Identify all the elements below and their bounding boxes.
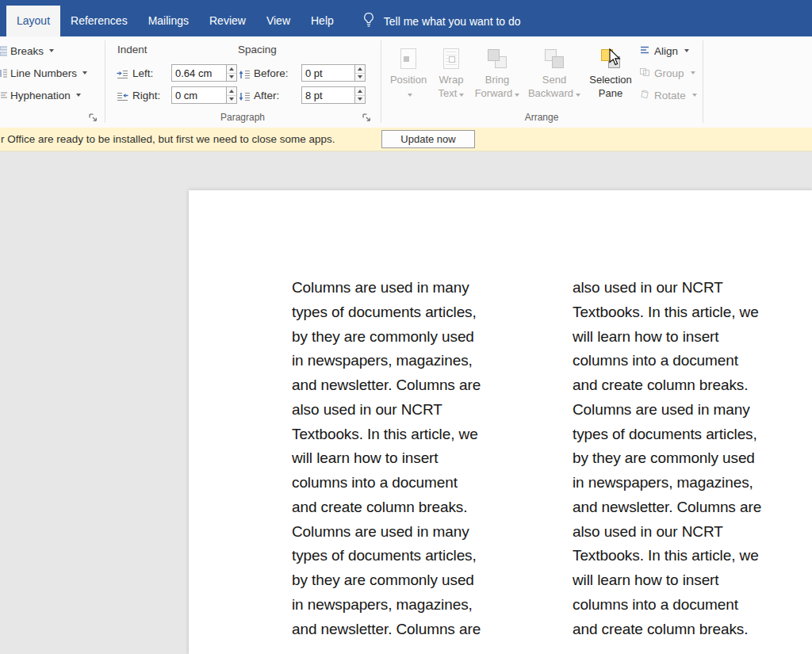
group-separator [105, 40, 105, 123]
align-button[interactable]: Align [639, 42, 689, 59]
bring-forward-icon [487, 46, 508, 71]
document-column-2[interactable]: also used in our NCRT Textbooks. In this… [573, 276, 812, 641]
rotate-button[interactable]: Rotate [639, 86, 697, 104]
hyphenation-button[interactable]: Hyphenation [0, 86, 81, 104]
spacing-after-input[interactable] [301, 86, 355, 104]
chevron-down-icon [684, 49, 689, 52]
right-indent-input[interactable] [171, 86, 227, 104]
chevron-down-icon [408, 94, 412, 97]
paragraph-group-label: Paragraph [105, 112, 381, 123]
left-indent-input[interactable] [171, 64, 227, 82]
spacing-after-label: After: [254, 86, 279, 104]
chevron-down-icon [692, 94, 697, 97]
tab-view[interactable]: View [256, 6, 301, 36]
chevron-down-icon [49, 49, 54, 52]
word-window: Layout References Mailings Review View H… [0, 0, 812, 654]
hyphenation-icon [0, 90, 7, 101]
spacing-after-icon [239, 90, 251, 105]
rotate-icon [639, 90, 650, 101]
right-indent-spinner[interactable] [227, 86, 237, 104]
update-now-button[interactable]: Update now [381, 130, 475, 148]
breaks-icon [0, 46, 7, 56]
line-numbers-icon [0, 68, 7, 78]
arrange-group-label: Arrange [381, 112, 703, 123]
document-page[interactable]: Columns are used in many types of docume… [189, 190, 812, 654]
spacing-before-label: Before: [254, 64, 289, 82]
update-message: r Office are ready to be installed, but … [1, 133, 335, 145]
send-backward-icon [544, 46, 565, 71]
indent-left-label: Left: [132, 64, 153, 82]
group-separator [381, 40, 381, 123]
wrap-text-icon [443, 46, 459, 71]
indent-right-label: Right: [132, 86, 160, 104]
left-indent-spinner[interactable] [227, 64, 237, 82]
hyphenation-label: Hyphenation [10, 90, 71, 101]
selection-pane-button[interactable]: Selection Pane [586, 40, 635, 113]
update-notification-bar: r Office are ready to be installed, but … [0, 128, 812, 151]
spacing-before-spinner[interactable] [355, 64, 366, 82]
page-setup-dialog-launcher[interactable] [89, 111, 98, 120]
position-button[interactable]: Position [388, 40, 429, 113]
chevron-down-icon [76, 94, 81, 97]
line-numbers-label: Line Numbers [10, 67, 77, 79]
tell-me-label: Tell me what you want to do [384, 15, 521, 28]
tab-review[interactable]: Review [199, 6, 256, 36]
ribbon: Breaks Line Numbers Hyphenation Indent S… [0, 36, 812, 128]
tab-layout[interactable]: Layout [6, 6, 60, 36]
wrap-text-button[interactable]: Wrap Text [431, 40, 471, 113]
tab-references[interactable]: References [60, 6, 138, 36]
chevron-down-icon [82, 71, 87, 75]
spacing-after-spinner[interactable] [355, 86, 366, 104]
document-column-1[interactable]: Columns are used in many types of docume… [292, 276, 553, 641]
spacing-section-label: Spacing [238, 44, 277, 55]
spacing-before-icon [239, 68, 251, 82]
ribbon-tab-bar: Layout References Mailings Review View H… [0, 0, 812, 36]
spacing-before-input[interactable] [301, 64, 355, 82]
position-icon [400, 46, 416, 71]
align-icon [639, 45, 650, 57]
chevron-down-icon [691, 71, 695, 75]
document-area: Columns are used in many types of docume… [0, 151, 812, 654]
paragraph-dialog-launcher[interactable] [362, 111, 372, 120]
tab-mailings[interactable]: Mailings [138, 6, 199, 36]
send-backward-button[interactable]: Send Backward [522, 40, 587, 113]
indent-left-icon [117, 68, 128, 82]
chevron-down-icon [459, 94, 464, 97]
line-numbers-button[interactable]: Line Numbers [0, 64, 87, 82]
chevron-down-icon [576, 94, 580, 97]
indent-section-label: Indent [117, 44, 147, 55]
bring-forward-button[interactable]: Bring Forward [473, 40, 521, 113]
chevron-down-icon [515, 94, 519, 97]
breaks-label: Breaks [10, 45, 44, 57]
indent-right-icon [117, 90, 128, 105]
breaks-button[interactable]: Breaks [0, 42, 54, 59]
lightbulb-icon [362, 12, 376, 30]
tab-help[interactable]: Help [301, 6, 344, 36]
group-button[interactable]: Group [639, 64, 695, 82]
tell-me-box[interactable]: Tell me what you want to do [362, 6, 521, 36]
selection-pane-icon [600, 46, 621, 71]
group-objects-icon [639, 67, 650, 79]
group-separator [703, 40, 703, 123]
